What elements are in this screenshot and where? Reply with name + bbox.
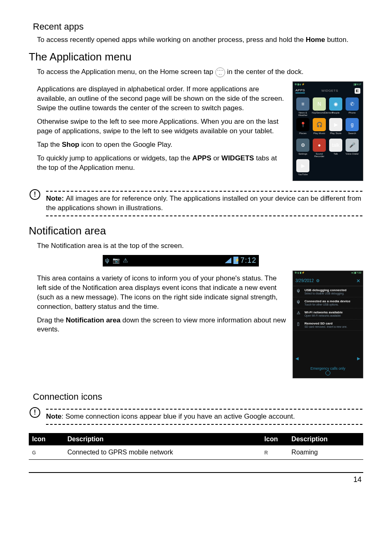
widgets-bold: WIDGETS (221, 154, 254, 162)
text: To access the Application menu, on the H… (37, 68, 215, 76)
note-label: Note (46, 412, 62, 420)
app-cell: 🎤Voice Dialer (345, 139, 360, 158)
app-icon: N (313, 97, 326, 111)
app-cell: 🎧Play Music (312, 118, 327, 137)
app-menu-screenshot: ⚙ ▮ ψ ⚡ ▯▮ 9:17 APPS WIDGETS ◧ ≡News & W… (293, 81, 363, 181)
app-icon: talk (329, 139, 342, 152)
recent-apps-para: To access recently opened apps while wor… (37, 35, 363, 45)
warning-icon: ! (30, 189, 40, 200)
app-icon: g (346, 118, 359, 131)
row-icon: ψ (295, 288, 301, 293)
row-icon: ψ (295, 299, 301, 304)
shop-bold: Shop (62, 141, 80, 148)
row-icon: ⚠ (295, 310, 301, 315)
rule (46, 215, 362, 216)
recent-apps-heading: Recent apps (33, 21, 363, 32)
status-right: ◂ ▯▮ 7:33 (351, 271, 361, 276)
app-icon: 🎤 (346, 139, 359, 152)
text: icon to open the Google Play. (79, 141, 173, 148)
statusbar-strip-screenshot: ψ 📷 ⚠ ⚡ 7:12 (103, 255, 259, 266)
settings-icon: ⚙ (316, 278, 320, 283)
cell-icon: R (261, 445, 288, 460)
screenshot-icon: 📷 (113, 257, 120, 264)
text: Tap the (37, 141, 62, 148)
apps-bold: APPS (192, 154, 211, 162)
table-row: GConnected to GPRS mobile networkRRoamin… (29, 445, 363, 460)
notification-row: ⚠Wi-Fi networks availableOpen Wi-Fi netw… (293, 308, 363, 320)
row-title: Removed SD card (304, 322, 360, 325)
app-icon: ▶ (296, 159, 309, 172)
app-cell: ⚙Settings (295, 139, 310, 158)
app-cell: ✆Phone (345, 97, 360, 116)
text: in the center of the dock. (227, 68, 303, 76)
connection-icons-heading: Connection icons (33, 392, 363, 402)
home-bold: Home (306, 36, 325, 44)
note-text: All images are for reference only. The a… (46, 195, 361, 212)
usb-icon: ψ (105, 257, 109, 264)
tab-widgets: WIDGETS (321, 89, 338, 93)
app-menu-p1: To access the Application menu, on the H… (37, 67, 363, 77)
notification-row: ψConnected as a media deviceTouch for ot… (293, 297, 363, 308)
app-label: Phone (345, 111, 360, 114)
text: or (211, 154, 221, 162)
app-icon: ● (313, 139, 326, 152)
app-menu-heading: The Application menu (29, 51, 363, 63)
status-left: ⚙ ψ ▮ ⚡ (295, 271, 304, 276)
close-icon: ✕ (356, 278, 360, 284)
rule (46, 191, 362, 192)
drawer-handle-icon (325, 371, 330, 375)
notification-area-bold: Notification area (66, 316, 120, 324)
warning-icon: ! (30, 407, 40, 418)
cell-desc: Connected to GPRS mobile network (64, 445, 261, 460)
notification-p1: The Notification area is at the top of t… (37, 241, 363, 251)
app-label: Search (345, 132, 360, 134)
page-number: 14 (29, 475, 363, 484)
notification-row: ▯Removed SD cardSD card removed. Insert … (293, 320, 363, 331)
emergency-text: Emergency calls only (293, 366, 363, 371)
tab-apps: APPS (295, 88, 305, 93)
connection-icons-table: Icon Description Icon Description GConne… (29, 433, 363, 460)
app-label: Voice Dialer (345, 153, 360, 155)
app-label: NxpSecureElement (312, 111, 327, 114)
row-title: Connected as a media device (304, 299, 360, 303)
cell-desc: Roaming (288, 445, 363, 460)
app-cell: gSearch (345, 118, 360, 137)
app-icon: ▶ (329, 118, 342, 131)
notification-area-heading: Notification area (29, 225, 363, 237)
row-icon: ▯ (295, 322, 301, 326)
notification-row: ψUSB debugging connectedSelect to disabl… (293, 286, 363, 297)
app-icon: ≡ (296, 97, 309, 111)
app-label: YouTube (295, 173, 310, 176)
app-label: Settings (295, 153, 310, 155)
rule (46, 409, 362, 410)
text: To quickly jump to applications or widge… (37, 154, 192, 162)
apps-grid-icon (215, 67, 225, 77)
app-cell: ▶Play Store (328, 118, 343, 137)
app-icon: 📍 (296, 118, 309, 131)
app-label: Talk (328, 153, 343, 155)
footer-rule (29, 472, 363, 473)
signal-icon (225, 257, 231, 263)
row-sub: Select to disable USB debugging. (304, 292, 360, 295)
app-icon: ⚙ (296, 139, 309, 152)
th-desc: Description (288, 433, 363, 445)
drawer-date: 3/29/2012 (295, 278, 314, 283)
text: To access recently opened apps while wor… (37, 36, 306, 44)
note-connection: ! Note: Some connection icons appear blu… (29, 406, 363, 427)
app-label: Play Music (312, 132, 327, 134)
app-cell: NNxpSecureElement (312, 97, 327, 116)
rule (46, 424, 362, 425)
th-desc: Description (64, 433, 261, 445)
app-cell: 📍Places (295, 118, 310, 137)
app-icon: ◉ (329, 97, 342, 111)
app-icon: 🎧 (313, 118, 326, 131)
app-label: Places (295, 132, 310, 134)
notification-drawer-screenshot: ⚙ ψ ▮ ⚡ ◂ ▯▮ 7:33 3/29/2012 ⚙ ✕ ψUSB deb… (293, 271, 363, 378)
note-label: Note: (46, 195, 66, 202)
text: Drag the (37, 316, 66, 324)
shop-icon: ◧ (355, 88, 360, 94)
row-sub: Open Wi-Fi networks available (304, 314, 360, 317)
note-app-menu: ! Note: All images are for reference onl… (29, 188, 363, 219)
warning-icon: ⚠ (123, 257, 128, 264)
app-label: Play Store (328, 132, 343, 134)
